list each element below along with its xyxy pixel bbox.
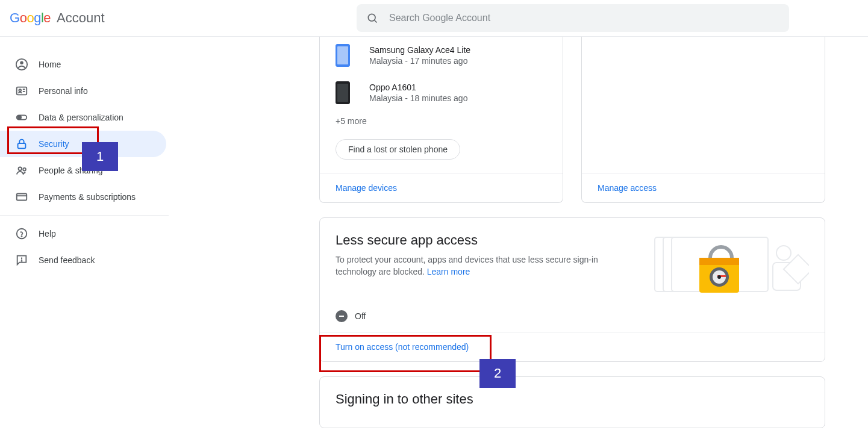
svg-rect-13 <box>17 194 27 201</box>
feedback-icon <box>14 253 29 267</box>
sidebar-item-home[interactable]: Home <box>0 51 166 78</box>
search-input[interactable] <box>389 13 779 23</box>
sidebar-item-label: Data & personalization <box>39 113 123 122</box>
sidebar-item-label: People & sharing <box>39 166 103 175</box>
sidebar-nav: Home Personal info Data & personalizatio… <box>0 37 169 273</box>
sidebar-item-label: Home <box>39 60 61 69</box>
lsa-illustration <box>652 235 809 302</box>
sidebar-item-label: Payments & subscriptions <box>39 192 136 202</box>
turn-on-access-link[interactable]: Turn on access (not recommended) <box>320 332 825 361</box>
lsa-status-text: Off <box>355 311 366 321</box>
status-off-icon <box>336 310 348 322</box>
id-card-icon <box>14 84 29 98</box>
device-meta: Malaysia - 18 minutes ago <box>369 93 467 103</box>
logo-o2: o <box>27 10 34 26</box>
nav-divider <box>0 215 169 216</box>
card-icon <box>14 190 29 204</box>
signing-other-sites-card: Signing in to other sites <box>319 376 825 428</box>
svg-point-12 <box>23 168 26 171</box>
sidebar-item-personal-info[interactable]: Personal info <box>0 78 166 104</box>
user-circle-icon <box>14 57 29 72</box>
svg-rect-31 <box>339 316 344 317</box>
search-icon <box>366 12 378 24</box>
phone-icon <box>336 81 350 104</box>
svg-point-11 <box>19 167 22 171</box>
lsa-status: Off <box>336 310 809 322</box>
logo-g: G <box>10 10 20 26</box>
toggle-icon <box>14 110 29 125</box>
sidebar-item-help[interactable]: Help <box>0 220 166 247</box>
devices-card: Samsung Galaxy Ace4 Lite Malaysia - 17 m… <box>319 37 563 203</box>
learn-more-link[interactable]: Learn more <box>427 267 470 276</box>
lock-icon <box>14 137 29 151</box>
logo-g2: g <box>34 10 41 26</box>
sidebar-item-payments[interactable]: Payments & subscriptions <box>0 184 166 210</box>
sidebar-item-label: Personal info <box>39 86 88 96</box>
svg-point-16 <box>21 236 22 237</box>
svg-point-0 <box>368 14 375 21</box>
svg-point-18 <box>21 261 22 261</box>
svg-rect-10 <box>18 143 26 148</box>
svg-rect-26 <box>699 258 739 265</box>
device-row[interactable]: Oppo A1601 Malaysia - 18 minutes ago <box>320 74 563 111</box>
phone-icon <box>336 44 350 67</box>
sidebar-item-security[interactable]: Security <box>0 131 166 157</box>
signing-title: Signing in to other sites <box>336 391 809 407</box>
svg-point-9 <box>18 116 21 119</box>
google-account-logo[interactable]: G o o g l e Account <box>10 10 105 26</box>
device-meta: Malaysia - 17 minutes ago <box>369 56 470 66</box>
svg-point-24 <box>776 246 791 260</box>
sidebar-item-people-sharing[interactable]: People & sharing <box>0 157 166 184</box>
logo-e: e <box>43 10 51 26</box>
third-party-access-card: Manage access <box>581 37 825 203</box>
logo-o1: o <box>20 10 27 26</box>
svg-line-1 <box>375 20 377 23</box>
help-icon <box>14 226 29 241</box>
lsa-description: To protect your account, apps and device… <box>336 254 613 278</box>
manage-access-link[interactable]: Manage access <box>582 173 825 202</box>
search-bar[interactable] <box>357 4 789 32</box>
find-lost-phone-button[interactable]: Find a lost or stolen phone <box>336 139 460 160</box>
sidebar-item-label: Help <box>39 229 56 238</box>
device-name: Oppo A1601 <box>369 83 467 92</box>
sidebar-item-label: Send feedback <box>39 255 95 265</box>
people-icon <box>14 163 29 178</box>
svg-point-30 <box>717 275 721 279</box>
svg-rect-4 <box>17 87 27 95</box>
svg-point-5 <box>19 89 21 92</box>
device-row[interactable]: Samsung Galaxy Ace4 Lite Malaysia - 17 m… <box>320 37 563 74</box>
account-label: Account <box>57 10 105 26</box>
sidebar-item-data-personalization[interactable]: Data & personalization <box>0 104 166 131</box>
sidebar-item-label: Security <box>39 139 69 149</box>
device-name: Samsung Galaxy Ace4 Lite <box>369 45 470 55</box>
manage-devices-link[interactable]: Manage devices <box>320 173 563 202</box>
devices-more-link[interactable]: +5 more <box>320 111 563 131</box>
svg-point-3 <box>20 61 23 65</box>
google-logo: G o o g l e <box>10 10 51 26</box>
less-secure-app-card: Less secure app access To protect your a… <box>319 217 825 362</box>
sidebar-item-feedback[interactable]: Send feedback <box>0 247 166 273</box>
main-content: Samsung Galaxy Ace4 Lite Malaysia - 17 m… <box>319 37 825 430</box>
app-header: G o o g l e Account <box>0 0 868 37</box>
